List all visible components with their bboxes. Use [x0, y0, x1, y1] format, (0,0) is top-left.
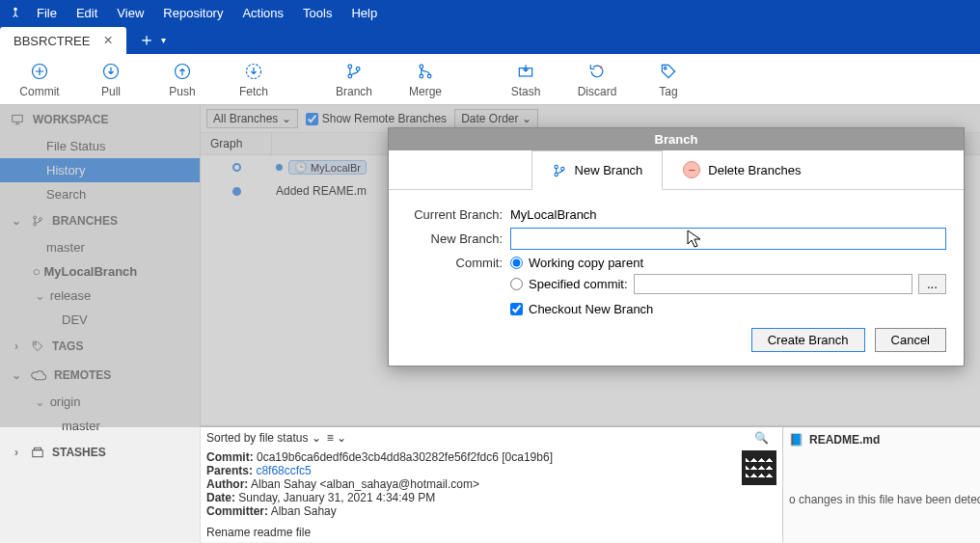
svg-point-22: [555, 173, 558, 176]
push-icon: [171, 60, 194, 83]
details-sortbar: Sorted by file status ⌄ ≡ ⌄ 🔍: [206, 431, 776, 445]
specified-commit-input[interactable]: [634, 274, 912, 294]
app-logo-icon: [4, 6, 27, 19]
checkout-checkbox[interactable]: Checkout New Branch: [510, 302, 946, 316]
svg-point-10: [427, 74, 431, 78]
diff-note: o changes in this file have been detecte…: [789, 493, 974, 506]
chevron-down-icon[interactable]: ▾: [161, 35, 166, 45]
menu-file[interactable]: File: [27, 2, 67, 24]
menu-actions[interactable]: Actions: [232, 2, 293, 24]
menu-bar: File Edit View Repository Actions Tools …: [0, 0, 980, 25]
checkbox-input[interactable]: [510, 303, 523, 315]
svg-point-12: [600, 67, 603, 69]
tag-button[interactable]: Tag: [633, 60, 704, 98]
current-branch-value: MyLocalBranch: [510, 207, 597, 222]
discard-button[interactable]: Discard: [561, 60, 633, 98]
new-branch-row: New Branch:: [406, 228, 946, 250]
committer-label: Committer:: [206, 504, 268, 518]
commit-button[interactable]: Commit: [4, 60, 75, 98]
file-name: README.md: [809, 433, 880, 447]
menu-view[interactable]: View: [107, 2, 153, 24]
plus-icon: ＋: [138, 28, 155, 51]
menu-repository[interactable]: Repository: [153, 2, 232, 24]
parent-link[interactable]: c8f68ccfc5: [256, 464, 311, 477]
new-branch-label: New Branch:: [406, 231, 503, 246]
create-branch-button[interactable]: Create Branch: [751, 328, 865, 352]
radio-input[interactable]: [510, 257, 523, 269]
commit-label: Commit:: [406, 256, 503, 270]
svg-point-6: [348, 74, 352, 78]
close-tab-icon[interactable]: ×: [103, 32, 112, 49]
view-options-dropdown[interactable]: ≡ ⌄: [327, 431, 346, 445]
svg-rect-19: [33, 450, 43, 457]
dialog-title: Branch: [389, 128, 964, 150]
tab-bar: BBSRCTREE × ＋ ▾: [0, 25, 980, 54]
push-button[interactable]: Push: [147, 60, 218, 98]
commit-label: Commit: [19, 85, 59, 98]
dialog-tabs: New Branch − Delete Branches: [389, 150, 964, 190]
svg-point-21: [555, 165, 558, 168]
dialog-buttons: Create Branch Cancel: [406, 328, 946, 352]
tab-new-label: New Branch: [575, 163, 643, 177]
cancel-button[interactable]: Cancel: [875, 328, 946, 352]
pull-label: Pull: [101, 85, 121, 98]
new-branch-input[interactable]: [510, 228, 946, 250]
minus-circle-icon: −: [683, 161, 700, 178]
details-panel: Sorted by file status ⌄ ≡ ⌄ 🔍 Commit: 0c…: [201, 426, 980, 542]
stashes-section[interactable]: › STASHES: [0, 438, 200, 467]
pull-button[interactable]: Pull: [75, 60, 147, 98]
new-tab-button[interactable]: ＋ ▾: [126, 25, 177, 54]
stash-section-icon: [31, 446, 44, 459]
repo-tab[interactable]: BBSRCTREE ×: [0, 27, 126, 54]
svg-point-5: [348, 65, 352, 68]
svg-rect-20: [35, 448, 41, 449]
fetch-icon: [242, 60, 265, 83]
branch-button[interactable]: Branch: [318, 60, 390, 98]
repo-tab-label: BBSRCTREE: [14, 34, 90, 48]
branch-dialog: Branch New Branch − Delete Branches Curr…: [388, 127, 965, 367]
file-icon: 📘: [789, 433, 803, 447]
menu-help[interactable]: Help: [341, 2, 387, 24]
fetch-button[interactable]: Fetch: [218, 60, 289, 98]
branch-label: Branch: [336, 85, 372, 98]
tab-delete-label: Delete Branches: [708, 163, 801, 177]
branch-icon: [552, 163, 567, 178]
search-icon[interactable]: 🔍: [747, 431, 776, 445]
date-label: Date:: [206, 491, 235, 504]
author-label: Author:: [206, 477, 248, 491]
tag-label: Tag: [659, 85, 677, 98]
tag-icon: [657, 60, 680, 83]
branch-icon: [342, 60, 366, 83]
file-diff-panel: 📘 README.md o changes in this file have …: [782, 427, 980, 542]
dialog-body: Current Branch: MyLocalBranch New Branch…: [389, 190, 964, 366]
discard-icon: [585, 60, 609, 83]
sort-dropdown[interactable]: Sorted by file status ⌄: [206, 431, 321, 445]
radio-specified-commit[interactable]: Specified commit: ...: [510, 274, 946, 294]
current-branch-row: Current Branch: MyLocalBranch: [406, 207, 946, 222]
radio-input[interactable]: [510, 278, 523, 290]
commit-message: Rename readme file: [206, 526, 732, 539]
discard-label: Discard: [578, 85, 617, 98]
dropdown-label: Sorted by file status: [206, 431, 308, 445]
browse-commit-button[interactable]: ...: [918, 274, 946, 294]
commit-label: Commit:: [206, 450, 254, 464]
commit-hash: 0ca19b6ca6dedf6de3cb4dd8a30282fe56f2fdc6…: [257, 450, 553, 464]
pull-icon: [99, 60, 122, 83]
fetch-label: Fetch: [239, 85, 268, 98]
tab-new-branch[interactable]: New Branch: [531, 150, 664, 190]
merge-label: Merge: [409, 85, 442, 98]
commit-icon: [28, 60, 51, 83]
tab-delete-branches[interactable]: − Delete Branches: [663, 150, 821, 189]
committer-value: Alban Sahay: [271, 504, 337, 518]
toolbar: Commit Pull Push Fetch Branch Merge Stas…: [0, 54, 980, 105]
menu-edit[interactable]: Edit: [67, 2, 107, 24]
radio-working-copy[interactable]: Working copy parent: [510, 256, 946, 270]
radio-label: Specified commit:: [529, 277, 628, 291]
merge-button[interactable]: Merge: [390, 60, 461, 98]
date-value: Sunday, January 31, 2021 4:34:49 PM: [238, 491, 435, 504]
stash-icon: [514, 60, 537, 83]
menu-tools[interactable]: Tools: [293, 2, 341, 24]
merge-icon: [414, 60, 437, 83]
push-label: Push: [169, 85, 195, 98]
stash-button[interactable]: Stash: [490, 60, 561, 98]
